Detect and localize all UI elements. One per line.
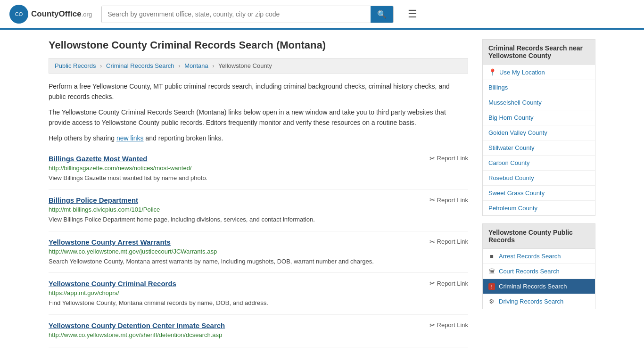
description-1: Perform a free Yellowstone County, MT pu… (49, 81, 468, 102)
record-header: Yellowstone County Arrest Warrants ✂ Rep… (49, 238, 468, 246)
record-description: View Billings Gazette most wanted list b… (49, 173, 468, 183)
record-description: Find Yellowstone County, Montana crimina… (49, 298, 468, 308)
record-header: Billings Gazette Most Wanted ✂ Report Li… (49, 155, 468, 163)
breadcrumb-public-records[interactable]: Public Records (55, 62, 96, 69)
description-2: The Yellowstone County Criminal Records … (49, 107, 468, 128)
sidebar: Criminal Records Search near Yellowstone… (482, 39, 595, 347)
report-link-label: Report Link (437, 238, 468, 245)
public-records-item[interactable]: ⚙ Driving Records Search (483, 294, 595, 309)
public-records-icon: ! (488, 283, 495, 290)
record-title[interactable]: Yellowstone County Criminal Records (49, 280, 176, 288)
logo[interactable]: CO CountyOffice.org (9, 5, 92, 24)
record-title[interactable]: Billings Gazette Most Wanted (49, 155, 147, 163)
nearby-item-link[interactable]: Big Horn County (488, 114, 533, 121)
public-records-item-label[interactable]: Driving Records Search (499, 298, 563, 305)
description-3: Help others by sharing new links and rep… (49, 133, 468, 143)
nearby-item[interactable]: Golden Valley County (483, 125, 595, 140)
report-link-label: Report Link (437, 321, 468, 329)
report-link-icon: ✂ (429, 321, 435, 329)
report-link-label: Report Link (437, 197, 468, 204)
record-title[interactable]: Yellowstone County Arrest Warrants (49, 238, 171, 246)
nearby-item-link[interactable]: Golden Valley County (488, 129, 547, 136)
breadcrumb-criminal-records[interactable]: Criminal Records Search (106, 62, 174, 69)
public-records-item[interactable]: 🏛 Court Records Search (483, 264, 595, 279)
nearby-item[interactable]: Stillwater County (483, 140, 595, 156)
record-header: Yellowstone County Detention Center Inma… (49, 321, 468, 329)
nearby-item-link[interactable]: Petroleum County (488, 205, 537, 212)
public-records-item[interactable]: ! Criminal Records Search (483, 279, 595, 294)
record-url[interactable]: https://app.mt.gov/choprs/ (49, 289, 468, 296)
record-header: Yellowstone County Criminal Records ✂ Re… (49, 280, 468, 288)
record-url[interactable]: http://billingsgazette.com/news/notices/… (49, 165, 468, 172)
record-url[interactable]: http://www.co.yellowstone.mt.gov/sheriff… (49, 331, 468, 338)
report-link-label: Report Link (437, 155, 468, 162)
public-records-icon: ⚙ (488, 298, 495, 305)
public-records-box: Yellowstone County Public Records ■ Arre… (482, 223, 595, 309)
record-title[interactable]: Billings Police Department (49, 196, 138, 204)
nearby-item[interactable]: Sweet Grass County (483, 186, 595, 201)
public-records-item-label[interactable]: Arrest Records Search (499, 253, 561, 260)
search-button[interactable]: 🔍 (371, 6, 393, 23)
report-link-button[interactable]: ✂ Report Link (429, 155, 468, 162)
public-records-item-label: Criminal Records Search (499, 283, 567, 290)
breadcrumb-sep-3: › (212, 62, 214, 69)
nearby-item[interactable]: Rosebud County (483, 171, 595, 186)
breadcrumb: Public Records › Criminal Records Search… (49, 58, 468, 74)
public-records-icon: 🏛 (488, 268, 495, 275)
report-link-icon: ✂ (429, 238, 435, 246)
nearby-item[interactable]: Musselshell County (483, 95, 595, 110)
page-title: Yellowstone County Criminal Records Sear… (49, 39, 468, 51)
record-description: View Billings Police Department home pag… (49, 215, 468, 224)
nearby-item[interactable]: Billings (483, 80, 595, 95)
report-link-button[interactable]: ✂ Report Link (429, 280, 468, 287)
record-title[interactable]: Yellowstone County Detention Center Inma… (49, 321, 225, 329)
search-input[interactable] (102, 6, 371, 23)
public-records-icon: ■ (488, 253, 495, 260)
nearby-item[interactable]: Petroleum County (483, 201, 595, 215)
report-link-button[interactable]: ✂ Report Link (429, 196, 468, 204)
search-bar: 🔍 (101, 6, 394, 23)
public-records-item-label[interactable]: Court Records Search (499, 268, 560, 275)
nearby-item-link[interactable]: Rosebud County (488, 174, 534, 181)
report-link-button[interactable]: ✂ Report Link (429, 238, 468, 246)
nearby-item[interactable]: Big Horn County (483, 110, 595, 125)
nearby-item-link[interactable]: Sweet Grass County (488, 189, 545, 197)
records-list: Billings Gazette Most Wanted ✂ Report Li… (49, 148, 468, 347)
new-links-link[interactable]: new links (116, 134, 144, 142)
logo-icon: CO (9, 5, 28, 24)
logo-org: .org (82, 11, 92, 18)
logo-name: CountyOffice (31, 9, 82, 18)
record-item: Yellowstone County Arrest Warrants ✂ Rep… (49, 231, 468, 273)
public-records-item[interactable]: ■ Arrest Records Search (483, 249, 595, 264)
nearby-item-link[interactable]: Billings (488, 84, 508, 91)
nearby-item-link[interactable]: Carbon County (488, 159, 529, 166)
nearby-item[interactable]: Carbon County (483, 156, 595, 171)
record-url[interactable]: http://www.co.yellowstone.mt.gov/justice… (49, 248, 468, 255)
nearby-item-link[interactable]: Stillwater County (488, 144, 535, 151)
public-records-title: Yellowstone County Public Records (483, 224, 595, 249)
report-link-button[interactable]: ✂ Report Link (429, 321, 468, 329)
report-link-icon: ✂ (429, 280, 435, 287)
report-link-icon: ✂ (429, 196, 435, 204)
logo-text-area: CountyOffice.org (31, 9, 92, 19)
hamburger-menu-icon[interactable]: ☰ (408, 8, 417, 20)
record-item: Billings Gazette Most Wanted ✂ Report Li… (49, 148, 468, 190)
record-item: Billings Police Department ✂ Report Link… (49, 189, 468, 231)
nearby-item-link[interactable]: Musselshell County (488, 99, 542, 106)
nearby-list: 📍Use My LocationBillingsMusselshell Coun… (483, 65, 595, 215)
header: CO CountyOffice.org 🔍 ☰ (0, 0, 644, 30)
page-content: Yellowstone County Criminal Records Sear… (39, 30, 605, 357)
nearby-item-link[interactable]: Use My Location (499, 69, 545, 76)
record-item: Yellowstone County Criminal Records ✂ Re… (49, 273, 468, 315)
main-column: Yellowstone County Criminal Records Sear… (49, 39, 468, 347)
location-dot-icon: 📍 (488, 68, 496, 76)
record-header: Billings Police Department ✂ Report Link (49, 196, 468, 204)
breadcrumb-montana[interactable]: Montana (184, 62, 208, 69)
svg-text:CO: CO (15, 11, 23, 17)
nearby-box: Criminal Records Search near Yellowstone… (482, 39, 595, 216)
record-url[interactable]: http://mt-billings.civicplus.com/101/Pol… (49, 206, 468, 213)
nearby-title: Criminal Records Search near Yellowstone… (483, 40, 595, 65)
record-description: Search Yellowstone County, Montana arres… (49, 257, 468, 266)
report-link-label: Report Link (437, 280, 468, 287)
nearby-item[interactable]: 📍Use My Location (483, 65, 595, 80)
